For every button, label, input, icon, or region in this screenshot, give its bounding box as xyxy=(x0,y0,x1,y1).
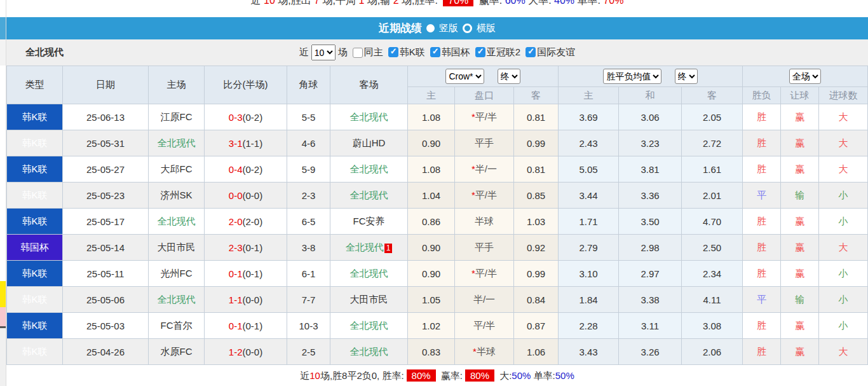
europe-away-odds: 4.70 xyxy=(682,209,743,235)
home-cell: 水原FC xyxy=(149,339,205,365)
result-handicap: 输 xyxy=(781,287,819,313)
europe-odds-header: 胜平负均值 终 xyxy=(559,66,743,87)
type-cell: 韩K联 xyxy=(7,339,63,365)
col-asia-away: 客 xyxy=(514,87,559,104)
asia-handicap: 平手 xyxy=(455,235,514,261)
summary-segment: 60% xyxy=(505,0,526,6)
home-cell: 大邱FC xyxy=(149,156,205,183)
europe-home-odds: 2.79 xyxy=(559,235,619,261)
corner-cell: 7-7 xyxy=(287,287,330,313)
europe-time-select[interactable]: 终 xyxy=(675,69,698,84)
result-handicap: 赢 xyxy=(781,156,819,183)
asia-home-odds: 1.08 xyxy=(408,156,455,183)
asia-handicap: 半/一 xyxy=(455,287,514,313)
top-summary-text: 近 10 场,胜出 7 场,平局 1 场,输 2 场,胜率: 70% 赢率: 6… xyxy=(6,0,868,8)
type-cell: 韩K联 xyxy=(7,209,63,235)
europe-draw-odds: 2.97 xyxy=(619,261,682,287)
col-away: 客场 xyxy=(330,66,408,104)
corner-cell: 10-3 xyxy=(287,313,330,339)
asia-home-odds: 1.04 xyxy=(408,183,455,209)
score-cell: 0-0(0-0) xyxy=(205,183,287,209)
vertical-layout-radio[interactable] xyxy=(426,24,435,32)
result-handicap: 赢 xyxy=(781,339,819,365)
summary-segment: 1 xyxy=(358,0,364,6)
result-wdl: 胜 xyxy=(743,209,781,235)
summary-segment: 50% xyxy=(555,370,574,381)
asia-away-odds: 0.99 xyxy=(514,130,559,156)
league-checkbox-韩K联[interactable] xyxy=(388,47,398,57)
result-wdl: 胜 xyxy=(743,130,781,156)
horizontal-layout-label[interactable]: 横版 xyxy=(477,22,496,34)
summary-segment: 单率: xyxy=(531,370,555,381)
league-checkbox-国际友谊[interactable] xyxy=(526,47,536,57)
league-label[interactable]: 韩国杯 xyxy=(442,46,470,57)
asia-away-odds: 0.99 xyxy=(514,261,559,287)
date-cell: 25-05-11 xyxy=(63,261,149,287)
section-title: 近期战绩 xyxy=(379,21,422,36)
col-date: 日期 xyxy=(63,66,149,104)
match-count-select[interactable]: 10 xyxy=(311,45,336,60)
corner-cell: 5-9 xyxy=(287,156,330,183)
away-cell: 全北现代 xyxy=(330,339,408,365)
asia-away-odds: 0.81 xyxy=(514,156,559,183)
scope-select[interactable]: 全场 xyxy=(789,69,821,84)
away-cell: 全北现代 xyxy=(330,104,408,130)
bookmaker-time-select[interactable]: 终 xyxy=(498,69,520,84)
league-checkbox-韩国杯[interactable] xyxy=(430,47,440,57)
home-cell: FC首尔 xyxy=(149,313,205,339)
home-cell: 全北现代 xyxy=(149,130,205,156)
europe-draw-odds: 3.11 xyxy=(619,313,682,339)
asia-home-odds: 0.90 xyxy=(408,130,455,156)
asia-home-odds: 0.90 xyxy=(408,235,455,261)
europe-home-odds: 2.43 xyxy=(559,130,619,156)
league-checkbox-亚冠联2[interactable] xyxy=(475,47,485,57)
asia-handicap: *平/半 xyxy=(455,183,514,209)
asia-away-odds: 0.87 xyxy=(514,313,559,339)
europe-away-odds: 2.72 xyxy=(682,130,743,156)
match-row: 韩K联25-05-03FC首尔0-1(0-1)10-3全北现代1.02平/半0.… xyxy=(7,313,868,339)
result-goals: 大 xyxy=(819,156,868,183)
asia-away-odds: 0.85 xyxy=(514,183,559,209)
europe-avg-select[interactable]: 胜平负均值 xyxy=(603,69,661,84)
bookmaker-select[interactable]: Crow* xyxy=(445,69,484,84)
asia-away-odds: 1.03 xyxy=(514,209,559,235)
top-summary-clipped: 近 10 场,胜出 7 场,平局 1 场,输 2 场,胜率: 70% 赢率: 6… xyxy=(6,0,868,17)
result-handicap: 赢 xyxy=(781,130,819,156)
league-label[interactable]: 国际友谊 xyxy=(537,46,575,57)
league-label[interactable]: 韩K联 xyxy=(400,46,425,57)
type-cell: 韩K联 xyxy=(7,261,63,287)
team-name: 全北现代 xyxy=(25,46,64,59)
horizontal-layout-radio[interactable] xyxy=(463,24,472,33)
result-goals: 大 xyxy=(819,130,868,156)
summary-segment: 50% xyxy=(512,370,531,381)
result-goals: 小 xyxy=(819,287,868,313)
asia-home-odds: 0.90 xyxy=(408,261,455,287)
result-handicap: 赢 xyxy=(781,209,819,235)
result-wdl: 平 xyxy=(743,183,781,209)
result-header: 全场 xyxy=(743,66,868,87)
same-home-label[interactable]: 同主 xyxy=(364,46,383,59)
match-row: 韩K联25-05-17全北现代2-0(2-0)6-5FC安养0.86半球1.03… xyxy=(7,209,868,235)
europe-away-odds: 2.05 xyxy=(682,104,743,130)
summary-segment: 70% xyxy=(443,0,473,6)
col-type: 类型 xyxy=(7,66,63,104)
same-home-checkbox[interactable] xyxy=(353,48,363,58)
result-handicap: 赢 xyxy=(781,313,819,339)
asia-home-odds: 1.08 xyxy=(408,104,455,130)
date-cell: 25-04-26 xyxy=(63,339,149,365)
result-wdl: 胜 xyxy=(743,235,781,261)
score-cell: 2-0(2-0) xyxy=(205,209,287,235)
home-cell: 江原FC xyxy=(149,104,205,130)
league-label[interactable]: 亚冠联2 xyxy=(487,46,520,57)
vertical-layout-label[interactable]: 竖版 xyxy=(439,22,458,34)
away-cell: FC安养 xyxy=(330,209,408,235)
summary-segment: 赢率: xyxy=(438,370,463,381)
col-eu-draw: 和 xyxy=(619,87,682,104)
result-wdl: 胜 xyxy=(743,104,781,130)
summary-segment: 场,胜出 xyxy=(275,0,314,6)
result-wdl: 胜 xyxy=(743,261,781,287)
result-goals: 小 xyxy=(819,261,868,287)
result-goals: 大 xyxy=(819,339,868,365)
score-cell: 0-4(0-2) xyxy=(205,156,287,183)
europe-draw-odds: 3.23 xyxy=(619,130,682,156)
